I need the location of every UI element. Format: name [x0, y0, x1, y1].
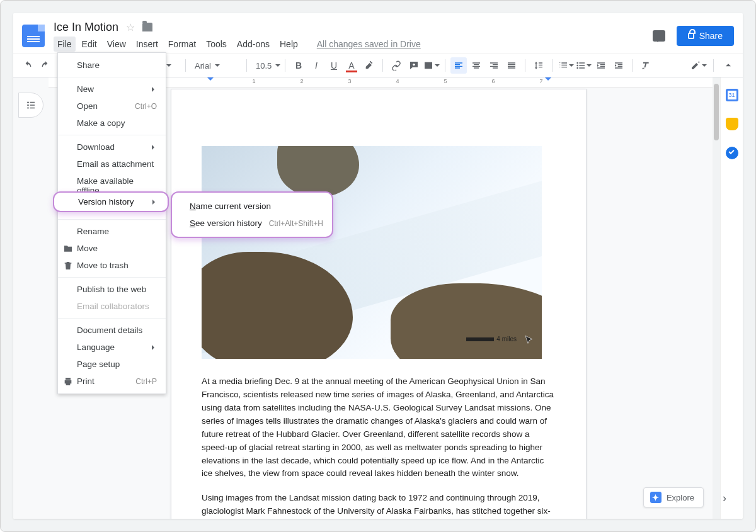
menu-version-history[interactable]: Version history [53, 191, 169, 212]
redo-button[interactable] [37, 57, 54, 74]
side-panel-arrow-icon[interactable]: › [723, 492, 726, 505]
font-select[interactable]: Arial [191, 61, 241, 71]
svg-point-0 [576, 62, 578, 64]
vertical-scrollbar[interactable] [713, 77, 720, 519]
lock-icon [688, 33, 694, 39]
collapse-toolbar-button[interactable] [720, 57, 736, 74]
calendar-addon-icon[interactable]: 31 [726, 89, 738, 101]
font-size-select[interactable]: 10.5 [252, 61, 280, 71]
document-title[interactable]: Ice In Motion [54, 21, 118, 34]
align-center-button[interactable] [468, 57, 484, 74]
increase-indent-button[interactable] [610, 57, 627, 74]
document-outline-button[interactable] [18, 93, 43, 118]
menu-page-setup[interactable]: Page setup [58, 356, 166, 373]
menu-tools[interactable]: Tools [202, 37, 231, 52]
menu-email-attachment[interactable]: Email as attachment [58, 156, 166, 173]
folder-icon[interactable] [142, 23, 152, 31]
keep-addon-icon[interactable] [726, 118, 738, 130]
svg-point-1 [576, 65, 578, 67]
menu-email-collaborators: Email collaborators [58, 298, 166, 315]
decrease-indent-button[interactable] [593, 57, 609, 74]
menu-new[interactable]: New [58, 81, 166, 98]
print-icon [63, 376, 73, 387]
numbered-list-button[interactable] [558, 57, 574, 74]
bulleted-list-button[interactable] [575, 57, 592, 74]
cursor-icon [524, 335, 534, 345]
align-justify-button[interactable] [503, 57, 520, 74]
menu-move[interactable]: Move [58, 240, 166, 257]
menu-format[interactable]: Format [164, 37, 200, 52]
trash-icon [63, 261, 73, 271]
underline-button[interactable]: U [326, 57, 342, 74]
menu-insert[interactable]: Insert [132, 37, 162, 52]
insert-link-button[interactable] [388, 57, 404, 74]
menu-document-details[interactable]: Document details [58, 322, 166, 339]
menu-help[interactable]: Help [276, 37, 302, 52]
hero-image[interactable]: 4 miles [202, 146, 542, 359]
align-right-button[interactable] [486, 57, 502, 74]
add-comment-button[interactable] [406, 57, 422, 74]
svg-point-2 [576, 67, 578, 69]
menu-move-trash[interactable]: Move to trash [58, 257, 166, 274]
menu-addons[interactable]: Add-ons [233, 37, 273, 52]
body-paragraph[interactable]: Using images from the Landsat mission da… [202, 492, 556, 519]
explore-button[interactable]: ✦ Explore [643, 487, 704, 507]
menu-make-copy[interactable]: Make a copy [58, 115, 166, 132]
text-color-button[interactable]: A [343, 57, 360, 74]
line-spacing-button[interactable] [530, 57, 547, 74]
tasks-addon-icon[interactable] [726, 147, 738, 159]
folder-icon [63, 244, 73, 254]
comments-icon[interactable] [653, 30, 665, 42]
image-scale-label: 4 miles [496, 336, 517, 342]
submenu-see-version-history[interactable]: See version historyCtrl+Alt+Shift+H [172, 215, 332, 232]
menu-rename[interactable]: Rename [58, 223, 166, 240]
italic-button[interactable]: I [308, 57, 324, 74]
submenu-name-current-version[interactable]: Name current version [172, 198, 332, 215]
bold-button[interactable]: B [290, 57, 307, 74]
menu-publish-web[interactable]: Publish to the web [58, 281, 166, 298]
document-page[interactable]: 4 miles At a media briefing Dec. 9 at th… [171, 89, 587, 519]
menu-language[interactable]: Language [58, 339, 166, 356]
save-status[interactable]: All changes saved in Drive [313, 37, 425, 52]
explore-icon: ✦ [650, 492, 662, 503]
editing-mode-button[interactable] [690, 57, 707, 74]
menu-print[interactable]: PrintCtrl+P [58, 373, 166, 390]
insert-image-button[interactable] [423, 57, 440, 74]
star-icon[interactable]: ☆ [126, 21, 135, 33]
align-left-button[interactable] [450, 57, 467, 74]
file-menu: Share New OpenCtrl+O Make a copy Downloa… [57, 52, 166, 394]
share-button[interactable]: Share [677, 26, 734, 46]
menu-share[interactable]: Share [58, 57, 166, 74]
version-history-submenu: Name current version See version history… [171, 191, 333, 238]
body-paragraph[interactable]: At a media briefing Dec. 9 at the annual… [202, 375, 556, 480]
menu-download[interactable]: Download [58, 139, 166, 156]
menu-view[interactable]: View [103, 37, 130, 52]
menu-edit[interactable]: Edit [78, 37, 101, 52]
menu-open[interactable]: OpenCtrl+O [58, 98, 166, 115]
undo-button[interactable] [20, 57, 36, 74]
menu-file[interactable]: File [54, 37, 76, 52]
highlight-button[interactable] [361, 57, 377, 74]
clear-formatting-button[interactable] [638, 57, 654, 74]
docs-logo[interactable] [22, 25, 45, 47]
